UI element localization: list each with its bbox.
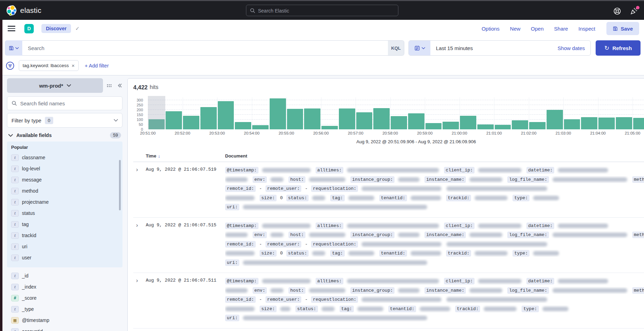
- field-item-status[interactable]: tstatus: [10, 208, 119, 219]
- field-pill[interactable]: method:: [632, 287, 644, 294]
- field-item-method[interactable]: tmethod: [10, 185, 119, 196]
- field-pill[interactable]: status:: [286, 250, 309, 257]
- field-pill[interactable]: type:: [512, 195, 530, 201]
- show-dates-button[interactable]: Show dates: [558, 45, 590, 51]
- field-pill[interactable]: env:: [253, 287, 267, 294]
- field-item-_id[interactable]: t_id: [10, 270, 119, 281]
- saved-query-button[interactable]: [5, 40, 22, 56]
- field-pill[interactable]: uri:: [225, 259, 239, 266]
- field-pill[interactable]: trackid:: [455, 306, 480, 312]
- newsfeed-icon[interactable]: [629, 7, 638, 16]
- toolbar-link-open[interactable]: Open: [531, 26, 544, 32]
- field-pill[interactable]: size:: [260, 306, 277, 312]
- field-pill[interactable]: uri:: [225, 315, 239, 321]
- column-time[interactable]: Time ↓: [146, 153, 225, 159]
- field-pill[interactable]: remote_user:: [265, 185, 302, 192]
- close-icon[interactable]: ×: [72, 63, 75, 68]
- field-pill[interactable]: method:: [632, 176, 644, 183]
- field-item-classname[interactable]: tclassname: [10, 152, 119, 163]
- field-pill[interactable]: size:: [260, 250, 277, 257]
- field-item-_type[interactable]: t_type: [10, 304, 119, 315]
- query-input[interactable]: [22, 45, 388, 51]
- field-pill[interactable]: client_ip:: [444, 223, 475, 229]
- save-button[interactable]: Save: [606, 22, 639, 35]
- field-pill[interactable]: host:: [288, 287, 305, 294]
- field-pill[interactable]: log_file_name:: [507, 232, 549, 238]
- grid-dots-icon[interactable]: [106, 83, 112, 88]
- global-search[interactable]: [246, 5, 398, 16]
- query-language-button[interactable]: KQL: [388, 41, 404, 55]
- field-pill[interactable]: tenantid:: [388, 306, 416, 312]
- field-item-projectname[interactable]: tprojectname: [10, 196, 119, 208]
- refresh-button[interactable]: ↻ Refresh: [596, 40, 641, 56]
- expand-row-icon[interactable]: ›: [133, 277, 146, 324]
- field-pill[interactable]: tag:: [340, 306, 354, 312]
- toolbar-link-share[interactable]: Share: [554, 26, 568, 32]
- global-search-input[interactable]: [258, 8, 395, 13]
- space-badge[interactable]: D: [24, 24, 34, 33]
- field-pill[interactable]: log_file_name:: [507, 176, 549, 183]
- filter-icon[interactable]: [6, 61, 15, 70]
- field-item-user[interactable]: tuser: [10, 252, 119, 263]
- toolbar-link-inspect[interactable]: Inspect: [579, 26, 595, 32]
- field-item-tag[interactable]: ttag: [10, 219, 119, 230]
- field-pill[interactable]: tag:: [330, 250, 344, 257]
- field-pill[interactable]: instance_group:: [350, 287, 395, 294]
- field-pill[interactable]: requestlocation:: [311, 241, 358, 248]
- field-item-accountid[interactable]: taccountid: [10, 326, 119, 331]
- field-pill[interactable]: log_file_name:: [507, 287, 549, 294]
- field-pill[interactable]: env:: [253, 232, 267, 238]
- field-pill[interactable]: requestlocation:: [311, 185, 358, 192]
- field-pill[interactable]: alltimes:: [316, 223, 343, 229]
- help-icon[interactable]: [613, 7, 622, 16]
- add-filter-button[interactable]: + Add filter: [85, 63, 109, 68]
- field-pill[interactable]: trackid:: [446, 250, 471, 257]
- field-pill[interactable]: @timestamp:: [225, 223, 259, 229]
- field-item-uri[interactable]: turi: [10, 241, 119, 252]
- field-pill[interactable]: env:: [253, 176, 267, 183]
- field-pill[interactable]: datetime:: [526, 278, 554, 284]
- field-pill[interactable]: instance_name:: [424, 176, 466, 183]
- field-pill[interactable]: client_ip:: [444, 167, 475, 173]
- toolbar-link-options[interactable]: Options: [482, 26, 500, 32]
- field-pill[interactable]: tenantid:: [379, 195, 407, 201]
- menu-icon[interactable]: [8, 26, 15, 31]
- field-pill[interactable]: trackid:: [446, 195, 471, 201]
- data-view-picker[interactable]: wm-prod*: [7, 78, 103, 93]
- toolbar-link-new[interactable]: New: [510, 26, 520, 32]
- field-pill[interactable]: method:: [632, 232, 644, 238]
- field-pill[interactable]: tenantid:: [379, 250, 407, 257]
- histogram-plot[interactable]: [148, 97, 644, 129]
- expand-row-icon[interactable]: ›: [133, 167, 146, 213]
- breadcrumb-discover[interactable]: Discover: [41, 24, 71, 33]
- field-pill[interactable]: instance_group:: [350, 176, 395, 183]
- field-pill[interactable]: remote_user:: [265, 241, 302, 248]
- field-item-_score[interactable]: #_score: [10, 292, 119, 304]
- field-pill[interactable]: datetime:: [526, 167, 554, 173]
- field-pill[interactable]: type:: [522, 306, 539, 312]
- field-pill[interactable]: alltimes:: [316, 278, 343, 284]
- field-pill[interactable]: client_ip:: [444, 278, 475, 284]
- field-item-message[interactable]: tmessage: [10, 174, 119, 185]
- field-pill[interactable]: datetime:: [526, 223, 554, 229]
- field-item-trackid[interactable]: ttrackid: [10, 230, 119, 241]
- available-fields-header[interactable]: Available fields 59: [7, 132, 122, 138]
- field-pill[interactable]: uri:: [225, 204, 239, 210]
- field-item-log-level[interactable]: tlog-level: [10, 163, 119, 174]
- field-pill[interactable]: requestlocation:: [311, 296, 358, 303]
- field-pill[interactable]: type:: [512, 250, 530, 257]
- sort-desc-icon[interactable]: ↓: [158, 153, 160, 159]
- field-pill[interactable]: remote_id:: [225, 296, 256, 303]
- field-pill[interactable]: remote_user:: [265, 296, 302, 303]
- field-pill[interactable]: alltimes:: [316, 167, 343, 173]
- field-pill[interactable]: instance_group:: [350, 232, 395, 238]
- field-pill[interactable]: status:: [286, 195, 309, 201]
- collapse-sidebar-icon[interactable]: [117, 83, 122, 88]
- time-range-value[interactable]: Last 15 minutes: [430, 45, 473, 51]
- elastic-brand[interactable]: elastic: [0, 5, 41, 16]
- sidebar-scrollbar[interactable]: [119, 160, 121, 210]
- field-pill[interactable]: status:: [295, 306, 318, 312]
- field-search-input[interactable]: [20, 100, 118, 106]
- expand-row-icon[interactable]: ›: [133, 222, 146, 268]
- field-pill[interactable]: instance_name:: [424, 287, 466, 294]
